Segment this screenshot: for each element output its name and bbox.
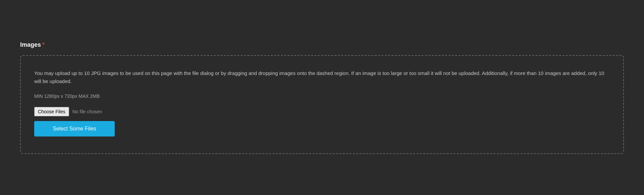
section-label: Images * — [20, 41, 624, 48]
section-title: Images — [20, 41, 41, 48]
no-file-text: No file chosen — [72, 109, 102, 114]
dropzone[interactable]: You may upload up to 10 JPG images to be… — [20, 55, 624, 154]
choose-files-text: Choose Files — [38, 109, 65, 114]
file-input-row: Choose Files No file chosen — [34, 107, 610, 116]
choose-files-label[interactable]: Choose Files — [34, 107, 69, 116]
upload-description: You may upload up to 10 JPG images to be… — [34, 69, 610, 85]
page-wrapper: Images * You may upload up to 10 JPG ima… — [20, 41, 624, 154]
file-constraints: MIN 1280px x 720px MAX 2MB — [34, 93, 610, 99]
select-some-files-button[interactable]: Select Some Files — [34, 121, 115, 136]
required-asterisk: * — [42, 41, 45, 48]
